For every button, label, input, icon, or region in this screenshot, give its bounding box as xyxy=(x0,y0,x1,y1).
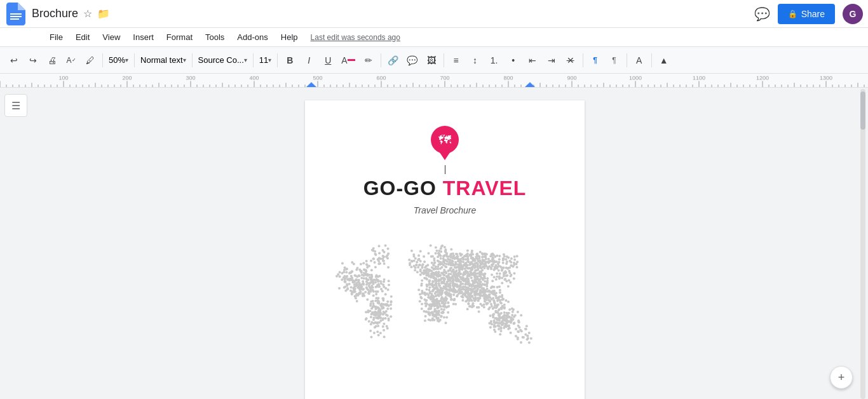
pin-circle: 🗺 xyxy=(431,126,459,154)
world-map xyxy=(324,241,566,381)
divider-3 xyxy=(192,53,193,67)
menu-file[interactable]: File xyxy=(44,30,68,44)
top-bar: Brochure ☆ 📁 💬 🔒 Share G xyxy=(0,0,868,28)
scrollbar[interactable] xyxy=(858,88,868,399)
font-size-value: 11 xyxy=(259,55,268,65)
divider-4 xyxy=(253,53,254,67)
paint-format-button[interactable]: 🖊 xyxy=(81,51,99,69)
toolbar: ↩ ↪ 🖨 A✓ 🖊 50% ▾ Normal text ▾ Source Co… xyxy=(0,47,868,74)
menu-tools[interactable]: Tools xyxy=(200,30,229,44)
menu-format[interactable]: Format xyxy=(161,30,198,44)
menu-bar: File Edit View Insert Format Tools Add-o… xyxy=(0,28,868,47)
logo-pin: 🗺 xyxy=(431,126,459,160)
line-spacing-button[interactable]: ↕ xyxy=(466,51,484,69)
cursor-line xyxy=(445,165,445,174)
map-canvas xyxy=(324,241,566,381)
text-style-caret: ▾ xyxy=(183,57,186,64)
doc-subtitle: Travel Brochure xyxy=(414,205,477,215)
undo-button[interactable]: ↩ xyxy=(5,51,23,69)
main-area: ☰ 🗺 GO-GO TRAVEL Travel Brochure xyxy=(0,88,868,399)
text-style-value: Normal text xyxy=(140,55,182,65)
brand-title: GO-GO TRAVEL xyxy=(363,177,527,200)
highlight-color-button[interactable]: A xyxy=(630,51,648,69)
map-icon: 🗺 xyxy=(438,133,451,147)
menu-insert[interactable]: Insert xyxy=(128,30,159,44)
zoom-select-wrap[interactable]: 50% ▾ xyxy=(106,54,131,66)
insert-image-button[interactable]: 🖼 xyxy=(423,51,440,69)
divider-7 xyxy=(444,53,444,67)
zoom-caret: ▾ xyxy=(125,57,128,64)
align-button[interactable]: ≡ xyxy=(447,51,465,69)
page-break-button[interactable]: ¶ xyxy=(587,51,604,69)
clear-format-button[interactable]: ✕ xyxy=(562,51,580,69)
bullet-list-button[interactable]: • xyxy=(505,51,522,69)
font-size-select[interactable]: 11 ▾ xyxy=(257,54,274,66)
underline-button[interactable]: U xyxy=(319,51,337,69)
star-icon[interactable]: ☆ xyxy=(83,8,92,20)
font-select[interactable]: Source Co... ▾ xyxy=(196,54,250,66)
divider-10 xyxy=(651,53,652,67)
link-button[interactable]: 🔗 xyxy=(384,51,402,69)
increase-indent-button[interactable]: ⇥ xyxy=(543,51,560,69)
menu-addons[interactable]: Add-ons xyxy=(232,30,273,44)
brand-pink: TRAVEL xyxy=(437,177,527,200)
spell-check-button[interactable]: A✓ xyxy=(62,51,80,69)
text-style-select[interactable]: Normal text ▾ xyxy=(138,54,188,66)
doc-title[interactable]: Brochure xyxy=(32,7,78,20)
decrease-indent-button[interactable]: ⇤ xyxy=(524,51,541,69)
menu-help[interactable]: Help xyxy=(276,30,303,44)
ruler-canvas xyxy=(0,74,868,87)
divider-5 xyxy=(277,53,278,67)
page: 🗺 GO-GO TRAVEL Travel Brochure xyxy=(305,100,585,399)
document-area[interactable]: 🗺 GO-GO TRAVEL Travel Brochure xyxy=(32,88,858,399)
zoom-value: 50% xyxy=(109,55,125,65)
add-button[interactable]: + xyxy=(830,366,853,389)
share-label: Share xyxy=(801,9,825,19)
comment-icon[interactable]: 💬 xyxy=(754,6,770,22)
italic-button[interactable]: I xyxy=(300,51,318,69)
insert-comment-button[interactable]: 💬 xyxy=(403,51,421,69)
divider-9 xyxy=(627,53,627,67)
collapse-toolbar-button[interactable]: ▲ xyxy=(655,51,673,69)
sidebar: ☰ xyxy=(0,88,32,399)
text-color-button[interactable]: A xyxy=(338,51,358,69)
numbered-list-button[interactable]: 1. xyxy=(485,51,503,69)
outline-icon: ☰ xyxy=(11,100,20,112)
top-right: 💬 🔒 Share G xyxy=(754,4,863,24)
bold-button[interactable]: B xyxy=(281,51,299,69)
share-button[interactable]: 🔒 Share xyxy=(778,4,835,24)
divider-2 xyxy=(134,53,135,67)
font-caret: ▾ xyxy=(244,57,247,64)
lock-icon: 🔒 xyxy=(788,10,797,18)
divider-8 xyxy=(583,53,583,67)
paragraph-style-button[interactable]: ¶ xyxy=(606,51,623,69)
menu-edit[interactable]: Edit xyxy=(71,30,95,44)
redo-button[interactable]: ↪ xyxy=(24,51,42,69)
print-button[interactable]: 🖨 xyxy=(43,51,61,69)
divider-6 xyxy=(381,53,381,67)
folder-icon[interactable]: 📁 xyxy=(97,8,110,20)
doc-icon[interactable] xyxy=(5,1,27,27)
last-edit-status: Last edit was seconds ago xyxy=(311,33,400,42)
font-value: Source Co... xyxy=(198,55,244,65)
menu-view[interactable]: View xyxy=(97,30,125,44)
title-area: Brochure ☆ 📁 xyxy=(32,7,110,20)
user-avatar[interactable]: G xyxy=(843,4,863,24)
font-size-caret: ▾ xyxy=(268,57,271,64)
highlight-button[interactable]: ✏ xyxy=(360,51,377,69)
brand-black: GO-GO xyxy=(363,177,437,200)
outline-button[interactable]: ☰ xyxy=(4,94,27,117)
divider-1 xyxy=(102,53,103,67)
ruler xyxy=(0,74,868,88)
